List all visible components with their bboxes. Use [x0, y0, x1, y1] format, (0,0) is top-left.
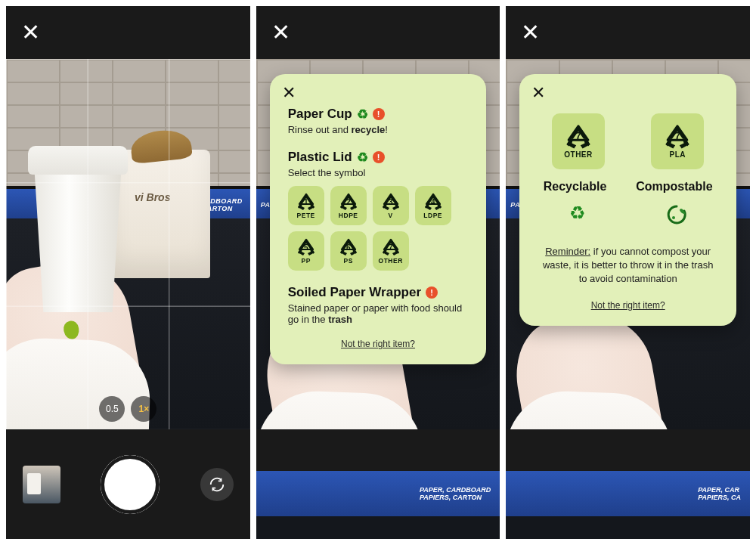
bin-label-bottom: PAPER, CARDBOARD PAPIERS, CARTON	[256, 471, 500, 516]
bin-label-bottom: PAPER, CAR PAPIERS, CA	[506, 471, 750, 516]
item-instruction: Stained paper or paper with food should …	[288, 302, 469, 325]
camera-preview-image: PAPER, CARDBOARD PAPIERS, CARTON vi Bros	[6, 59, 250, 429]
zoom-0-5x[interactable]: 0.5	[99, 396, 125, 422]
close-icon[interactable]: ✕	[21, 21, 40, 44]
last-photo-thumbnail[interactable]	[23, 466, 60, 503]
alert-icon: !	[426, 286, 438, 299]
resin-code-2-hdpe[interactable]: 2 HDPE	[330, 186, 367, 225]
reminder-text: Reminder: if you cannot compost your was…	[538, 245, 718, 286]
close-icon[interactable]: ✕	[521, 21, 540, 44]
not-right-item-link[interactable]: Not the right item?	[538, 300, 718, 311]
screen-detail: ✕ PAPER, CARD PAPER, CAR PAPIERS, CA ✕	[506, 6, 750, 539]
svg-point-0	[672, 216, 675, 219]
item-instruction: Select the symbol	[288, 167, 469, 178]
results-card: ✕ Paper Cup ♻ ! Rinse out and recycle! P…	[270, 74, 487, 364]
flip-camera-button[interactable]	[200, 468, 234, 501]
resin-code-1-pete[interactable]: 1 PETE	[288, 186, 324, 225]
recycle-icon: ♻	[357, 151, 368, 164]
close-icon[interactable]: ✕	[271, 21, 290, 44]
result-item: Plastic Lid ♻ ! Select the symbol 1 PETE	[288, 149, 469, 271]
card-close-icon[interactable]: ✕	[282, 85, 296, 101]
screen-results: ✕ PAPER, CARD PAPER, CARDBOARD PAPIERS, …	[256, 6, 500, 539]
not-right-item-link[interactable]: Not the right item?	[288, 339, 469, 349]
category-labels: Recyclable Compostable	[538, 180, 718, 194]
item-title: Plastic Lid	[288, 149, 352, 166]
camera-topbar: ✕	[6, 6, 250, 59]
camera-topbar: ✕	[506, 6, 750, 59]
result-item: Paper Cup ♻ ! Rinse out and recycle!	[288, 106, 469, 135]
camera-topbar: ✕	[256, 6, 500, 59]
item-title: Paper Cup	[288, 106, 352, 122]
resin-code-6-ps[interactable]: 6 PS	[330, 231, 367, 271]
resin-code-4-ldpe[interactable]: 4 LDPE	[415, 186, 451, 225]
paper-cup	[33, 146, 123, 312]
label-recyclable: Recyclable	[544, 180, 607, 194]
card-close-icon[interactable]: ✕	[531, 85, 545, 101]
recycle-icon: ♻	[569, 204, 586, 228]
compost-icon	[666, 204, 687, 228]
resin-code-7-other[interactable]: 7 OTHER	[552, 113, 605, 169]
category-icons: ♻	[538, 204, 718, 228]
resin-code-7-pla[interactable]: 7 PLA	[651, 113, 704, 169]
bag-logo-text: vi Bros	[135, 191, 170, 203]
resin-code-grid: 1 PETE 2 HDPE 3 V 4	[288, 186, 462, 271]
alert-icon: !	[373, 151, 385, 163]
item-title: Soiled Paper Wrapper	[288, 284, 421, 301]
recycle-icon: ♻	[357, 108, 368, 121]
screen-camera: ✕ PAPER, CARDBOARD PAPIERS, CARTON vi Br…	[6, 6, 250, 539]
camera-viewport[interactable]: PAPER, CARDBOARD PAPIERS, CARTON vi Bros	[6, 59, 250, 429]
resin-code-7-other[interactable]: 7 OTHER	[373, 231, 409, 271]
detail-card: ✕ 7 OTHER 7 PLA Recyclable Compostable ♻	[519, 74, 736, 326]
camera-bottom-bar	[6, 429, 250, 539]
alert-icon: !	[373, 108, 385, 120]
zoom-1x[interactable]: 1×	[131, 396, 156, 422]
label-compostable: Compostable	[636, 180, 712, 194]
shutter-button[interactable]	[101, 455, 160, 514]
item-instruction: Rinse out and recycle!	[288, 124, 469, 135]
resin-code-3-v[interactable]: 3 V	[373, 186, 409, 225]
zoom-controls: 0.5 1×	[99, 396, 156, 422]
flip-camera-icon	[209, 476, 225, 493]
resin-code-5-pp[interactable]: 5 PP	[288, 231, 324, 271]
result-item: Soiled Paper Wrapper ! Stained paper or …	[288, 284, 469, 325]
resin-pair: 7 OTHER 7 PLA	[538, 113, 718, 169]
